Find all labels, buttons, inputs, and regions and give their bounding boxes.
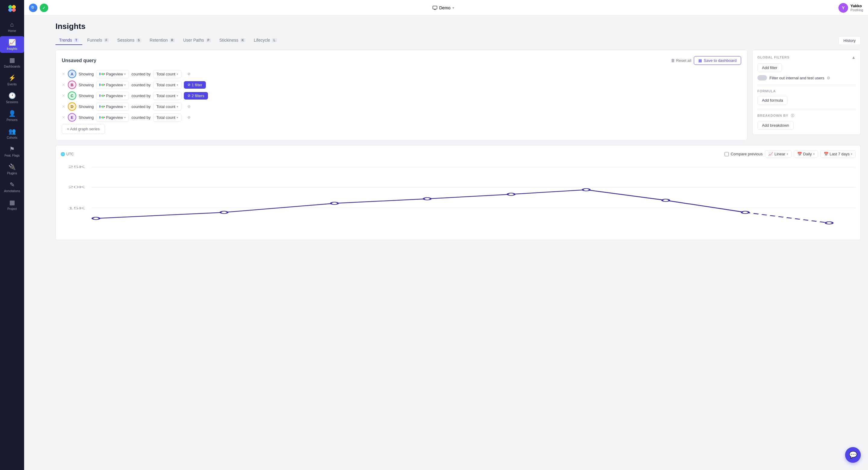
tab-stickiness[interactable]: Stickiness K: [216, 36, 249, 45]
showing-label-d: Showing: [79, 105, 94, 109]
series-letter-a: A: [68, 70, 76, 78]
history-button[interactable]: History: [838, 36, 861, 45]
metric-select-c[interactable]: Total count ▾: [153, 92, 181, 100]
tab-retention-label: Retention: [150, 38, 168, 42]
event-label-e: Pageview: [106, 115, 123, 120]
page-title: Insights: [56, 22, 861, 31]
data-point-9: [826, 222, 832, 224]
data-point-3: [331, 202, 338, 205]
trend-line-dashed: [745, 212, 829, 223]
tab-lifecycle[interactable]: Lifecycle L: [250, 36, 281, 45]
add-series-button[interactable]: + Add graph series: [62, 124, 105, 134]
daily-select[interactable]: 📅 Daily ▾: [794, 150, 818, 158]
showing-label-c: Showing: [79, 93, 94, 98]
data-point-2: [221, 211, 227, 213]
metric-select-b[interactable]: Total count ▾: [153, 81, 181, 89]
filter-internal-row: Filter out internal and test users ⚙: [757, 75, 856, 81]
sidebar-item-feat-flags[interactable]: ⚑ Feat. Flags: [0, 143, 24, 159]
event-select-a[interactable]: Pageview ▾: [96, 70, 129, 78]
filter-internal-label: Filter out internal and test users: [770, 76, 824, 80]
tab-user-paths[interactable]: User Paths P: [180, 36, 215, 45]
reset-all-button[interactable]: 🗑 Reset all: [671, 58, 691, 63]
filter-btn-b[interactable]: ⊘ 1 filter: [184, 81, 206, 89]
tab-lifecycle-label: Lifecycle: [254, 38, 270, 42]
divider-2: [757, 109, 856, 109]
chat-icon: 💬: [849, 451, 857, 459]
compare-previous-checkbox[interactable]: Compare previous: [724, 152, 763, 156]
settings-icon[interactable]: ⚙: [827, 76, 830, 80]
query-panel: Unsaved query 🗑 Reset all ▦ Save to dash…: [56, 50, 747, 140]
metric-select-d[interactable]: Total count ▾: [153, 102, 181, 111]
counted-by-c: counted by: [131, 93, 151, 98]
events-icon: ⚡: [8, 74, 16, 82]
linear-select[interactable]: 📈 Linear ▾: [765, 150, 791, 158]
counted-by-a: counted by: [131, 72, 151, 76]
tab-funnels[interactable]: Funnels F: [84, 36, 113, 45]
save-to-dashboard-button[interactable]: ▦ Save to dashboard: [694, 56, 741, 65]
topbar-title: Demo: [439, 5, 450, 10]
sidebar-item-cohorts[interactable]: 👥 Cohorts: [0, 125, 24, 142]
series-delete-e[interactable]: ✕: [62, 115, 65, 120]
sidebar-item-label: Dashboards: [4, 65, 20, 68]
tab-sessions-label: Sessions: [117, 38, 134, 42]
chart-panel: 🌐 UTC Compare previous 📈 Linear ▾ 📅 Dail…: [56, 145, 861, 240]
reset-label: Reset all: [676, 58, 691, 63]
topbar-caret: ▾: [453, 6, 454, 10]
tab-sessions[interactable]: Sessions S: [114, 36, 145, 45]
add-formula-button[interactable]: Add formula: [757, 96, 787, 105]
tab-trends-shortcut: T: [74, 38, 79, 42]
tab-retention[interactable]: Retention R: [146, 36, 179, 45]
sidebar-item-sessions[interactable]: 🕐 Sessions: [0, 90, 24, 106]
check-button[interactable]: ✓: [40, 4, 48, 12]
demo-icon: [433, 5, 437, 10]
home-icon: ⌂: [10, 21, 14, 28]
counted-by-d: counted by: [131, 105, 151, 109]
tab-trends[interactable]: Trends T: [56, 36, 82, 45]
chart-toolbar-right: Compare previous 📈 Linear ▾ 📅 Daily ▾ 📅 …: [724, 150, 856, 158]
data-point-8: [742, 211, 749, 213]
sidebar-item-home[interactable]: ⌂ Home: [0, 19, 24, 35]
tab-funnels-shortcut: F: [104, 38, 109, 42]
compare-checkbox-input[interactable]: [724, 152, 729, 156]
filter-btn-a[interactable]: ⊘: [184, 70, 194, 78]
add-filter-button[interactable]: Add filter: [757, 63, 782, 72]
event-select-e[interactable]: Pageview ▾: [96, 113, 129, 122]
sidebar-item-insights[interactable]: 📈 Insights: [0, 36, 24, 53]
series-delete-d[interactable]: ✕: [62, 104, 65, 109]
showing-label-e: Showing: [79, 115, 94, 120]
sidebar-item-annotations[interactable]: ✎ Annotations: [0, 179, 24, 195]
sidebar-item-events[interactable]: ⚡ Events: [0, 72, 24, 88]
add-breakdown-button[interactable]: Add breakdown: [757, 121, 794, 130]
filter-btn-d[interactable]: ⊘: [184, 103, 194, 110]
sessions-icon: 🕐: [8, 92, 16, 99]
filter-btn-c[interactable]: ⊘ 2 filters: [184, 92, 208, 99]
event-select-b[interactable]: Pageview ▾: [96, 81, 129, 89]
internal-users-toggle[interactable]: [757, 75, 767, 81]
pageview-icon-e: [99, 116, 105, 119]
sidebar-item-dashboards[interactable]: ▦ Dashboards: [0, 54, 24, 70]
metric-select-a[interactable]: Total count ▾: [153, 70, 181, 78]
collapse-button[interactable]: ▲: [851, 55, 856, 60]
series-delete-c[interactable]: ✕: [62, 93, 65, 98]
right-panel: GLOBAL FILTERS ▲ Add filter Filter out i…: [752, 50, 861, 145]
series-row-e: ✕ E Showing Pageview ▾ counted by Total …: [62, 113, 741, 122]
series-delete-a[interactable]: ✕: [62, 71, 65, 76]
app-logo[interactable]: [5, 2, 19, 16]
event-select-c[interactable]: Pageview ▾: [96, 92, 129, 100]
sidebar-item-project[interactable]: ▦ Project: [0, 196, 24, 213]
data-point-5: [507, 193, 515, 196]
compare-label: Compare previous: [731, 152, 763, 156]
filter-btn-e[interactable]: ⊘: [184, 114, 194, 121]
search-button[interactable]: 🔍: [29, 4, 37, 12]
metric-label-e: Total count: [156, 115, 176, 120]
topbar-center[interactable]: Demo ▾: [433, 5, 454, 10]
query-title: Unsaved query: [62, 58, 96, 63]
sidebar-item-plugins[interactable]: 🔌 Plugins: [0, 161, 24, 177]
date-range-select[interactable]: 📅 Last 7 days ▾: [820, 150, 856, 158]
svg-rect-2: [434, 9, 436, 10]
event-select-d[interactable]: Pageview ▾: [96, 102, 129, 111]
chat-button[interactable]: 💬: [845, 447, 861, 463]
series-delete-b[interactable]: ✕: [62, 82, 65, 87]
sidebar-item-persons[interactable]: 👤 Persons: [0, 108, 24, 124]
metric-select-e[interactable]: Total count ▾: [153, 113, 181, 122]
